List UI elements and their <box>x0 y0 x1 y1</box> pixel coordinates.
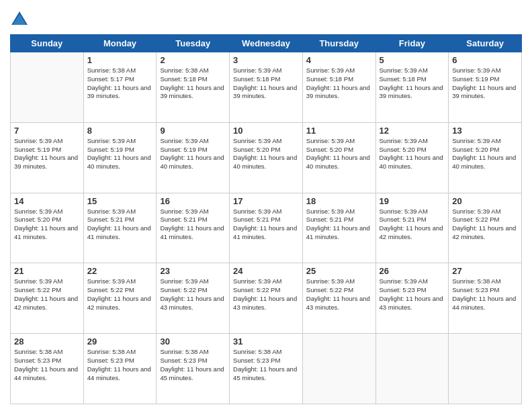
day-info: Sunrise: 5:39 AM Sunset: 5:22 PM Dayligh… <box>160 277 226 312</box>
day-number: 29 <box>87 336 153 347</box>
calendar-cell: 9Sunrise: 5:39 AM Sunset: 5:19 PM Daylig… <box>157 122 230 193</box>
calendar-table: SundayMondayTuesdayWednesdayThursdayFrid… <box>10 34 522 404</box>
calendar-cell: 21Sunrise: 5:39 AM Sunset: 5:22 PM Dayli… <box>11 263 84 334</box>
weekday-row: SundayMondayTuesdayWednesdayThursdayFrid… <box>11 35 522 52</box>
day-number: 3 <box>233 55 299 65</box>
calendar-cell: 23Sunrise: 5:39 AM Sunset: 5:22 PM Dayli… <box>157 263 230 334</box>
calendar-cell: 17Sunrise: 5:39 AM Sunset: 5:21 PM Dayli… <box>230 193 303 263</box>
day-info: Sunrise: 5:38 AM Sunset: 5:23 PM Dayligh… <box>87 348 153 382</box>
calendar-cell: 31Sunrise: 5:38 AM Sunset: 5:23 PM Dayli… <box>230 334 303 404</box>
day-number: 1 <box>87 55 153 65</box>
calendar-cell: 16Sunrise: 5:39 AM Sunset: 5:21 PM Dayli… <box>157 193 230 263</box>
day-number: 15 <box>87 196 153 206</box>
day-number: 11 <box>306 126 372 136</box>
day-number: 12 <box>380 126 445 136</box>
calendar-cell: 30Sunrise: 5:38 AM Sunset: 5:23 PM Dayli… <box>157 334 230 404</box>
weekday-header-wednesday: Wednesday <box>230 35 303 52</box>
calendar-week-4: 28Sunrise: 5:38 AM Sunset: 5:23 PM Dayli… <box>11 334 522 404</box>
day-info: Sunrise: 5:38 AM Sunset: 5:23 PM Dayligh… <box>233 348 299 382</box>
day-number: 25 <box>306 266 372 276</box>
day-number: 9 <box>160 126 226 136</box>
day-number: 6 <box>452 55 518 65</box>
day-number: 16 <box>160 196 226 206</box>
day-info: Sunrise: 5:39 AM Sunset: 5:20 PM Dayligh… <box>14 208 80 242</box>
day-number: 23 <box>160 266 226 276</box>
calendar-cell: 13Sunrise: 5:39 AM Sunset: 5:20 PM Dayli… <box>449 122 522 193</box>
calendar-cell: 28Sunrise: 5:38 AM Sunset: 5:23 PM Dayli… <box>11 334 84 404</box>
day-number: 26 <box>380 266 445 276</box>
day-info: Sunrise: 5:39 AM Sunset: 5:23 PM Dayligh… <box>380 277 445 312</box>
logo-icon <box>10 10 29 29</box>
day-info: Sunrise: 5:39 AM Sunset: 5:20 PM Dayligh… <box>306 137 372 171</box>
weekday-header-saturday: Saturday <box>449 35 522 52</box>
calendar-cell: 29Sunrise: 5:38 AM Sunset: 5:23 PM Dayli… <box>83 334 157 404</box>
day-info: Sunrise: 5:39 AM Sunset: 5:21 PM Dayligh… <box>233 208 299 242</box>
calendar-cell <box>449 334 522 404</box>
weekday-header-friday: Friday <box>375 35 449 52</box>
day-info: Sunrise: 5:39 AM Sunset: 5:18 PM Dayligh… <box>306 66 372 101</box>
calendar-cell: 18Sunrise: 5:39 AM Sunset: 5:21 PM Dayli… <box>302 193 375 263</box>
calendar-header: SundayMondayTuesdayWednesdayThursdayFrid… <box>11 35 522 52</box>
calendar-cell: 12Sunrise: 5:39 AM Sunset: 5:20 PM Dayli… <box>375 122 449 193</box>
day-info: Sunrise: 5:39 AM Sunset: 5:22 PM Dayligh… <box>306 277 372 312</box>
calendar-cell: 6Sunrise: 5:39 AM Sunset: 5:19 PM Daylig… <box>449 52 522 123</box>
weekday-header-monday: Monday <box>83 35 157 52</box>
header <box>10 10 522 29</box>
calendar-cell: 25Sunrise: 5:39 AM Sunset: 5:22 PM Dayli… <box>302 263 375 334</box>
day-number: 5 <box>380 55 445 65</box>
calendar-cell: 14Sunrise: 5:39 AM Sunset: 5:20 PM Dayli… <box>11 193 84 263</box>
day-number: 28 <box>14 336 80 347</box>
day-info: Sunrise: 5:39 AM Sunset: 5:22 PM Dayligh… <box>452 208 518 242</box>
weekday-header-tuesday: Tuesday <box>157 35 230 52</box>
day-info: Sunrise: 5:39 AM Sunset: 5:21 PM Dayligh… <box>306 208 372 242</box>
weekday-header-thursday: Thursday <box>302 35 375 52</box>
day-number: 4 <box>306 55 372 65</box>
calendar-cell <box>302 334 375 404</box>
calendar-cell: 8Sunrise: 5:39 AM Sunset: 5:19 PM Daylig… <box>83 122 157 193</box>
day-number: 20 <box>452 196 518 206</box>
day-number: 8 <box>87 126 153 136</box>
logo <box>10 10 32 29</box>
calendar-cell: 2Sunrise: 5:38 AM Sunset: 5:18 PM Daylig… <box>157 52 230 123</box>
day-info: Sunrise: 5:38 AM Sunset: 5:23 PM Dayligh… <box>14 348 80 382</box>
day-info: Sunrise: 5:39 AM Sunset: 5:21 PM Dayligh… <box>380 208 445 242</box>
day-number: 7 <box>14 126 80 136</box>
day-number: 31 <box>233 336 299 347</box>
day-info: Sunrise: 5:39 AM Sunset: 5:20 PM Dayligh… <box>380 137 445 171</box>
calendar-cell: 15Sunrise: 5:39 AM Sunset: 5:21 PM Dayli… <box>83 193 157 263</box>
day-number: 19 <box>380 196 445 206</box>
calendar-cell: 7Sunrise: 5:39 AM Sunset: 5:19 PM Daylig… <box>11 122 84 193</box>
page: SundayMondayTuesdayWednesdayThursdayFrid… <box>0 0 532 411</box>
day-info: Sunrise: 5:38 AM Sunset: 5:17 PM Dayligh… <box>87 66 153 101</box>
calendar-cell <box>375 334 449 404</box>
day-number: 13 <box>452 126 518 136</box>
day-info: Sunrise: 5:39 AM Sunset: 5:22 PM Dayligh… <box>14 277 80 312</box>
day-info: Sunrise: 5:39 AM Sunset: 5:22 PM Dayligh… <box>233 277 299 312</box>
day-info: Sunrise: 5:39 AM Sunset: 5:21 PM Dayligh… <box>87 208 153 242</box>
calendar-cell: 19Sunrise: 5:39 AM Sunset: 5:21 PM Dayli… <box>375 193 449 263</box>
day-number: 22 <box>87 266 153 276</box>
day-number: 10 <box>233 126 299 136</box>
calendar-cell <box>11 52 84 123</box>
calendar-body: 1Sunrise: 5:38 AM Sunset: 5:17 PM Daylig… <box>11 52 522 404</box>
calendar-week-3: 21Sunrise: 5:39 AM Sunset: 5:22 PM Dayli… <box>11 263 522 334</box>
calendar-cell: 20Sunrise: 5:39 AM Sunset: 5:22 PM Dayli… <box>449 193 522 263</box>
day-info: Sunrise: 5:38 AM Sunset: 5:18 PM Dayligh… <box>160 66 226 101</box>
day-number: 14 <box>14 196 80 206</box>
day-info: Sunrise: 5:39 AM Sunset: 5:19 PM Dayligh… <box>14 137 80 171</box>
calendar-cell: 3Sunrise: 5:39 AM Sunset: 5:18 PM Daylig… <box>230 52 303 123</box>
calendar-cell: 24Sunrise: 5:39 AM Sunset: 5:22 PM Dayli… <box>230 263 303 334</box>
calendar-week-2: 14Sunrise: 5:39 AM Sunset: 5:20 PM Dayli… <box>11 193 522 263</box>
calendar-cell: 27Sunrise: 5:38 AM Sunset: 5:23 PM Dayli… <box>449 263 522 334</box>
calendar-cell: 26Sunrise: 5:39 AM Sunset: 5:23 PM Dayli… <box>375 263 449 334</box>
day-number: 17 <box>233 196 299 206</box>
day-info: Sunrise: 5:38 AM Sunset: 5:23 PM Dayligh… <box>452 277 518 312</box>
calendar-week-1: 7Sunrise: 5:39 AM Sunset: 5:19 PM Daylig… <box>11 122 522 193</box>
day-info: Sunrise: 5:39 AM Sunset: 5:19 PM Dayligh… <box>452 66 518 101</box>
calendar-cell: 11Sunrise: 5:39 AM Sunset: 5:20 PM Dayli… <box>302 122 375 193</box>
day-info: Sunrise: 5:39 AM Sunset: 5:19 PM Dayligh… <box>87 137 153 171</box>
day-number: 18 <box>306 196 372 206</box>
day-info: Sunrise: 5:39 AM Sunset: 5:22 PM Dayligh… <box>87 277 153 312</box>
day-info: Sunrise: 5:39 AM Sunset: 5:18 PM Dayligh… <box>380 66 445 101</box>
calendar-cell: 1Sunrise: 5:38 AM Sunset: 5:17 PM Daylig… <box>83 52 157 123</box>
